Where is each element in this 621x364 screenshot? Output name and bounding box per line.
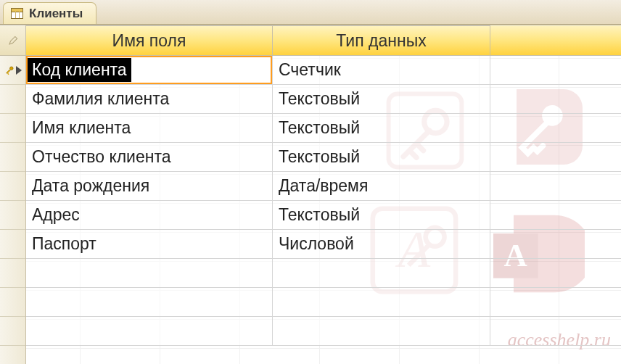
row-selector[interactable] [0, 56, 25, 85]
row-selector[interactable] [0, 317, 25, 346]
tab-bar: Клиенты [0, 0, 621, 25]
header-spacer [490, 25, 621, 56]
field-name-cell[interactable]: Код клиента [26, 56, 273, 85]
data-type-cell[interactable]: Текстовый [273, 114, 490, 143]
data-type-cell[interactable]: Счетчик [273, 56, 490, 85]
tab-clients[interactable]: Клиенты [3, 2, 96, 24]
field-name-cell[interactable] [26, 288, 273, 317]
data-type-cell[interactable]: Текстовый [273, 143, 490, 172]
row-spacer [490, 201, 621, 230]
design-grid: Имя поля Тип данных Код клиентаСчетчикФа… [0, 25, 621, 364]
svg-point-8 [9, 66, 12, 69]
row-spacer [490, 172, 621, 201]
row-selector[interactable] [0, 288, 25, 317]
row-spacer [490, 259, 621, 288]
header-field-name[interactable]: Имя поля [26, 25, 273, 56]
field-name-cell[interactable]: Отчество клиента [26, 143, 273, 172]
row-selector[interactable] [0, 172, 25, 201]
field-row-empty [26, 317, 621, 346]
field-row: Фамилия клиентаТекстовый [26, 85, 621, 114]
field-row: Имя клиентаТекстовый [26, 114, 621, 143]
row-selector[interactable] [0, 259, 25, 288]
row-spacer [490, 288, 621, 317]
field-name-cell[interactable]: Имя клиента [26, 114, 273, 143]
row-selector[interactable] [0, 143, 25, 172]
primary-key-icon [4, 65, 15, 75]
field-row-empty [26, 288, 621, 317]
field-name-cell[interactable] [26, 259, 273, 288]
field-row: Отчество клиентаТекстовый [26, 143, 621, 172]
gutter-header[interactable] [0, 25, 25, 56]
data-type-cell[interactable] [273, 317, 490, 346]
field-row: Дата рожденияДата/время [26, 172, 621, 201]
field-name-cell[interactable]: Дата рождения [26, 172, 273, 201]
field-row: ПаспортЧисловой [26, 230, 621, 259]
data-type-cell[interactable] [273, 259, 490, 288]
svg-rect-10 [7, 73, 9, 74]
header-data-type[interactable]: Тип данных [273, 25, 490, 56]
row-spacer [490, 114, 621, 143]
field-row: Код клиентаСчетчик [26, 56, 621, 85]
row-spacer [490, 56, 621, 85]
row-selector[interactable] [0, 85, 25, 114]
data-type-cell[interactable] [273, 288, 490, 317]
svg-rect-9 [6, 69, 10, 73]
data-type-cell[interactable]: Числовой [273, 230, 490, 259]
tab-label: Клиенты [29, 7, 83, 21]
current-row-indicator-icon [16, 66, 22, 75]
field-row: АдресТекстовый [26, 201, 621, 230]
columns-area: Имя поля Тип данных Код клиентаСчетчикФа… [26, 25, 621, 364]
row-spacer [490, 230, 621, 259]
row-spacer [490, 143, 621, 172]
row-selector[interactable] [0, 114, 25, 143]
pencil-icon [8, 36, 18, 46]
data-type-cell[interactable]: Текстовый [273, 85, 490, 114]
field-row-empty [26, 259, 621, 288]
row-spacer [490, 317, 621, 346]
field-name-value[interactable]: Код клиента [28, 58, 131, 82]
row-selector[interactable] [0, 201, 25, 230]
field-name-cell[interactable]: Паспорт [26, 230, 273, 259]
data-type-cell[interactable]: Дата/время [273, 172, 490, 201]
row-selector[interactable] [0, 230, 25, 259]
field-name-cell[interactable] [26, 317, 273, 346]
field-name-cell[interactable]: Фамилия клиента [26, 85, 273, 114]
row-spacer [490, 85, 621, 114]
row-selector-gutter [0, 25, 26, 364]
header-row: Имя поля Тип данных [26, 25, 621, 56]
field-name-cell[interactable]: Адрес [26, 201, 273, 230]
datasheet-icon [11, 8, 23, 19]
data-type-cell[interactable]: Текстовый [273, 201, 490, 230]
